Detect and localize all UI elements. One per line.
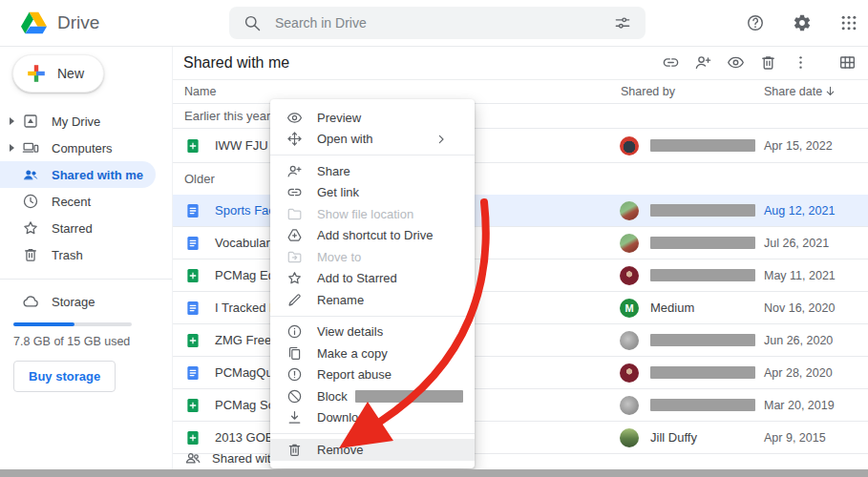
menu-item-label: Show file location [317, 207, 413, 221]
shared-by-avatar [620, 234, 639, 253]
pencil-icon [286, 292, 303, 308]
buy-storage-button[interactable]: Buy storage [13, 361, 116, 392]
menu-item-remove[interactable]: Remove [270, 439, 475, 461]
clock-icon [22, 193, 39, 210]
new-button[interactable]: New [12, 54, 104, 93]
content-header: Shared with me [173, 46, 868, 80]
sort-direction-icon[interactable] [823, 85, 837, 99]
sidebar-item-label: Trash [52, 248, 83, 262]
menu-item-label: Preview [317, 111, 361, 125]
shared-by-cell [620, 363, 755, 383]
share-date: Jul 26, 2021 [764, 237, 829, 250]
menu-item-share[interactable]: Share [270, 160, 475, 182]
open-with-icon [286, 131, 303, 147]
menu-item-report-abuse[interactable]: Report abuse [270, 364, 475, 386]
menu-item-add-to-starred[interactable]: Add to Starred [270, 268, 475, 290]
sidebar-item-my-drive[interactable]: My Drive [0, 108, 172, 135]
expand-caret-icon[interactable] [6, 144, 18, 152]
menu-item-label: Share [317, 164, 350, 178]
sidebar-item-label: My Drive [52, 114, 100, 129]
redacted-sharer-name [650, 334, 755, 346]
search-bar[interactable] [229, 7, 646, 39]
menu-item-label: Open with [317, 132, 373, 146]
sidebar-item-starred[interactable]: Starred [0, 215, 172, 241]
expand-caret-icon[interactable] [6, 117, 18, 125]
menu-item-make-a-copy[interactable]: Make a copy [270, 342, 475, 364]
search-icon [243, 13, 262, 32]
menu-item-label: Add to Starred [317, 271, 397, 285]
storage-label: Storage [52, 295, 95, 309]
download-icon [286, 409, 303, 425]
menu-item-open-with[interactable]: Open with [270, 129, 475, 151]
preview-button[interactable] [727, 53, 745, 72]
menu-item-label: Report abuse [317, 367, 392, 382]
shared-by-name: Medium [650, 301, 694, 315]
menu-item-move-to: Move to [270, 246, 475, 268]
shared-by-name: Jill Duffy [650, 430, 697, 445]
redacted-sharer-name [650, 139, 755, 152]
apps-grid-button[interactable] [839, 13, 858, 32]
search-input[interactable] [273, 14, 602, 31]
sidebar-item-computers[interactable]: Computers [0, 135, 172, 161]
menu-divider [270, 316, 475, 317]
menu-item-download[interactable]: Download [270, 407, 475, 429]
redacted-sharer-name [650, 269, 755, 281]
shared-by-cell [620, 266, 755, 285]
sidebar-item-label: Starred [52, 221, 93, 236]
folder-icon [286, 206, 303, 222]
sheets-file-icon [184, 137, 201, 155]
shared-by-cell [620, 234, 755, 253]
drive-logo[interactable]: Drive [21, 0, 99, 46]
people-icon [22, 166, 39, 183]
search-options-icon[interactable] [613, 13, 632, 32]
menu-item-label: Make a copy [317, 346, 388, 361]
menu-item-rename[interactable]: Rename [270, 289, 475, 311]
menu-divider [270, 155, 475, 156]
share-date: Apr 15, 2022 [764, 139, 833, 153]
menu-item-view-details[interactable]: View details [270, 321, 475, 343]
share-button[interactable] [694, 53, 712, 72]
sidebar-item-label: Computers [52, 141, 113, 156]
info-icon [286, 323, 303, 340]
share-date: Nov 16, 2020 [764, 301, 835, 315]
share-date: Jun 26, 2020 [764, 334, 833, 347]
trash-icon [22, 246, 39, 263]
submenu-chevron-icon [434, 132, 449, 147]
new-button-label: New [57, 66, 84, 81]
sidebar-item-recent[interactable]: Recent [0, 188, 172, 215]
sidebar-item-shared-with-me[interactable]: Shared with me [0, 161, 156, 188]
sidebar-divider [0, 279, 172, 280]
folder-move-icon [286, 249, 303, 265]
topbar: Drive [0, 0, 868, 47]
menu-item-label: Block [317, 389, 348, 404]
shared-by-cell [620, 136, 755, 156]
storage-progress-bar [13, 322, 132, 326]
remove-button[interactable] [759, 53, 777, 72]
link-icon [286, 184, 303, 200]
menu-item-show-file-location: Show file location [270, 203, 475, 225]
docs-file-icon [184, 300, 201, 317]
menu-item-get-link[interactable]: Get link [270, 182, 475, 204]
menu-item-label: Remove [317, 443, 363, 457]
menu-item-block[interactable]: Block [270, 385, 475, 407]
sidebar-item-trash[interactable]: Trash [0, 241, 172, 268]
share-date: Apr 9, 2015 [764, 431, 826, 445]
sidebar-item-storage[interactable]: Storage [0, 289, 172, 314]
menu-item-label: View details [317, 324, 383, 339]
drive-add-icon [286, 227, 303, 243]
help-button[interactable] [746, 13, 765, 32]
selection-toolbar [662, 53, 857, 72]
more-actions-button[interactable] [792, 53, 810, 72]
share-date: May 11, 2021 [764, 269, 836, 282]
column-header-name[interactable]: Name [184, 85, 216, 98]
get-link-button[interactable] [662, 53, 680, 72]
shared-by-avatar: M [620, 299, 639, 318]
menu-item-label: Add shortcut to Drive [317, 228, 433, 242]
settings-button[interactable] [793, 13, 812, 32]
grid-view-button[interactable] [838, 53, 857, 72]
menu-item-add-shortcut-to-drive[interactable]: Add shortcut to Drive [270, 225, 475, 247]
drive-logo-icon [21, 11, 47, 34]
menu-item-preview[interactable]: Preview [270, 107, 475, 129]
column-header-share-date[interactable]: Share date [764, 85, 822, 98]
column-header-shared-by[interactable]: Shared by [621, 85, 675, 98]
